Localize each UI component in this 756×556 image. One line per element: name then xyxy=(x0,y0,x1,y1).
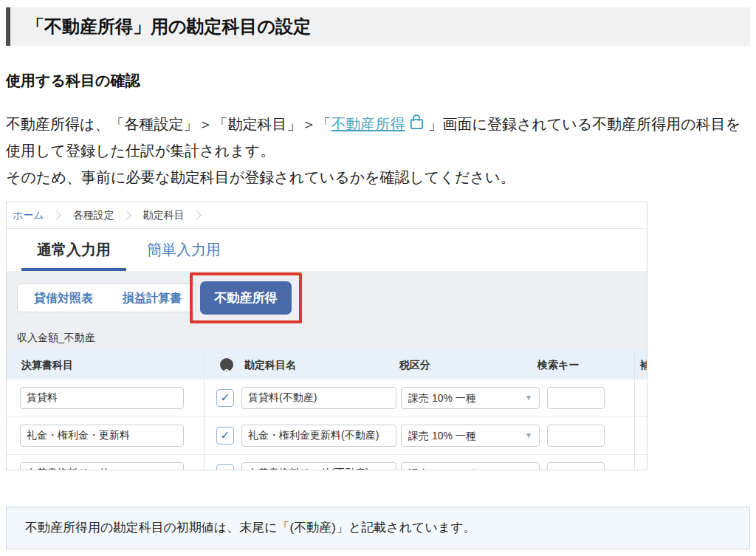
header-tax-class: 税区分 xyxy=(399,350,430,380)
statement-item-input[interactable] xyxy=(20,462,184,470)
search-key-input[interactable] xyxy=(547,425,605,447)
caret-down-icon: ▼ xyxy=(525,425,532,446)
tax-class-select[interactable]: 課売 10% 一種 ▼ xyxy=(401,387,540,409)
search-key-input[interactable] xyxy=(547,462,605,470)
account-name-input[interactable] xyxy=(241,425,396,447)
breadcrumb-accounts[interactable]: 勘定科目 xyxy=(143,209,185,222)
header-account-name: 勘定科目名 xyxy=(244,350,296,380)
subtab-balance-sheet[interactable]: 貸借対照表 xyxy=(17,284,110,312)
use-checkbox-checked[interactable]: ✓ xyxy=(216,389,234,407)
help-icon[interactable]: ? xyxy=(220,358,233,371)
app-screenshot: ホーム 各種設定 勘定科目 通常入力用 簡単入力用 貸借対照表 損益計算書 不動… xyxy=(6,202,647,470)
note-box: 不動産所得用の勘定科目の初期値は、末尾に「(不動産)」と記載されています。 xyxy=(6,507,750,549)
chevron-right-icon xyxy=(52,210,61,220)
column-divider xyxy=(204,350,205,470)
breadcrumb-home[interactable]: ホーム xyxy=(13,209,44,222)
body-paragraph: 不動産所得は、「各種設定」＞「勘定科目」＞「不動産所得」画面に登録されている不動… xyxy=(6,111,752,191)
real-estate-income-link[interactable]: 不動産所得 xyxy=(331,116,405,132)
tab-bar: 通常入力用 簡単入力用 xyxy=(7,229,647,272)
caret-down-icon: ▼ xyxy=(525,463,532,470)
account-name-input[interactable] xyxy=(241,462,396,470)
statement-item-input[interactable] xyxy=(20,387,184,409)
chevron-right-icon xyxy=(122,210,131,220)
para-line2: そのため、事前に必要な勘定科目が登録されているかを確認してください。 xyxy=(6,169,515,185)
tax-class-select[interactable]: 課売 10% 一種 ▼ xyxy=(401,462,540,470)
use-checkbox-checked[interactable]: ✓ xyxy=(216,427,234,445)
header-auxiliary: 補 xyxy=(640,350,647,380)
red-highlight-annotation xyxy=(190,272,302,323)
header-statement-item: 決算書科目 xyxy=(21,350,73,380)
statement-item-input[interactable] xyxy=(20,425,184,447)
table-row: ✓ 課売 10% 一種 ▼ xyxy=(7,417,647,455)
table-row: ✓ 課売 10% 一種 ▼ xyxy=(7,380,647,417)
tab-normal-input[interactable]: 通常入力用 xyxy=(21,229,126,271)
tax-class-value: 課売 10% 一種 xyxy=(408,430,476,442)
lock-icon xyxy=(410,119,423,129)
breadcrumb: ホーム 各種設定 勘定科目 xyxy=(7,202,647,229)
para-text-before-link: 不動産所得は、「各種設定」＞「勘定科目」＞「 xyxy=(6,116,331,132)
chevron-right-icon xyxy=(192,210,202,220)
column-divider xyxy=(634,350,635,470)
subtab-profit-loss[interactable]: 損益計算書 xyxy=(109,284,196,312)
accounts-table: 決算書科目 ? 勘定科目名 税区分 検索キー 補 ✓ 課売 10% 一種 ▼ ✓ xyxy=(7,350,647,470)
search-key-input[interactable] xyxy=(547,387,605,409)
section-heading: 使用する科目の確認 xyxy=(6,71,140,91)
table-section-label: 収入金額_不動産 xyxy=(17,332,95,345)
tab-easy-input[interactable]: 簡単入力用 xyxy=(144,229,224,268)
table-row: ✓ 課売 10% 一種 ▼ xyxy=(7,455,647,470)
breadcrumb-settings[interactable]: 各種設定 xyxy=(73,209,114,222)
tax-class-select[interactable]: 課売 10% 一種 ▼ xyxy=(401,425,540,447)
account-name-input[interactable] xyxy=(241,387,396,409)
page-title: 「不動産所得」用の勘定科目の設定 xyxy=(6,7,750,46)
use-checkbox-checked[interactable]: ✓ xyxy=(216,464,234,470)
header-search-key: 検索キー xyxy=(537,350,579,380)
note-text: 不動産所得用の勘定科目の初期値は、末尾に「(不動産)」と記載されています。 xyxy=(25,521,476,535)
tax-class-value: 課売 10% 一種 xyxy=(408,467,476,470)
tax-class-value: 課売 10% 一種 xyxy=(408,392,476,404)
caret-down-icon: ▼ xyxy=(525,388,532,408)
table-header-row: 決算書科目 ? 勘定科目名 税区分 検索キー 補 xyxy=(7,350,647,380)
tab-content: 貸借対照表 損益計算書 不動産所得 収入金額_不動産 決算書科目 ? 勘定科目名… xyxy=(7,271,647,470)
